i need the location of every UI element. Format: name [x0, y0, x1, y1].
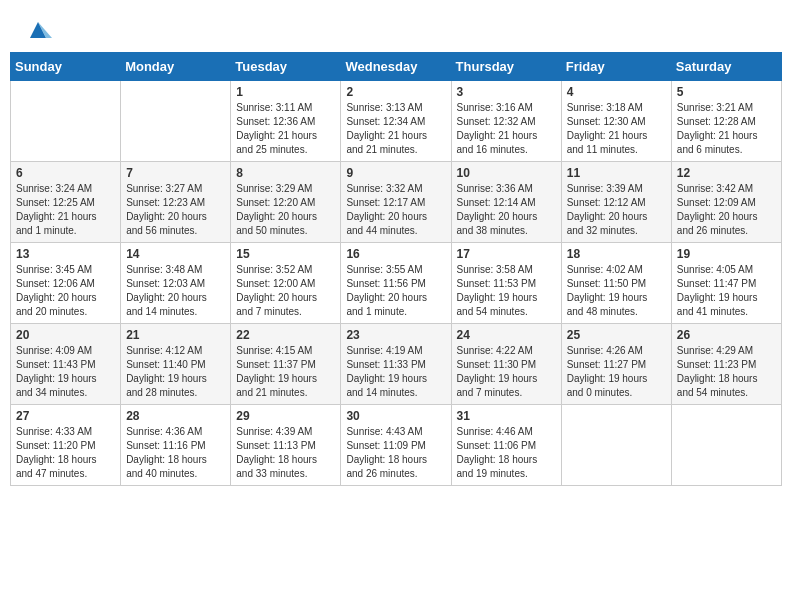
calendar-cell: 13Sunrise: 3:45 AMSunset: 12:06 AMDaylig… — [11, 243, 121, 324]
weekday-header-monday: Monday — [121, 53, 231, 81]
day-info: Sunrise: 3:58 AMSunset: 11:53 PMDaylight… — [457, 263, 556, 319]
calendar-cell: 25Sunrise: 4:26 AMSunset: 11:27 PMDaylig… — [561, 324, 671, 405]
calendar-cell: 16Sunrise: 3:55 AMSunset: 11:56 PMDaylig… — [341, 243, 451, 324]
calendar-cell: 14Sunrise: 3:48 AMSunset: 12:03 AMDaylig… — [121, 243, 231, 324]
calendar-cell: 30Sunrise: 4:43 AMSunset: 11:09 PMDaylig… — [341, 405, 451, 486]
day-info: Sunrise: 3:11 AMSunset: 12:36 AMDaylight… — [236, 101, 335, 157]
day-info: Sunrise: 3:42 AMSunset: 12:09 AMDaylight… — [677, 182, 776, 238]
day-info: Sunrise: 4:43 AMSunset: 11:09 PMDaylight… — [346, 425, 445, 481]
calendar-cell: 20Sunrise: 4:09 AMSunset: 11:43 PMDaylig… — [11, 324, 121, 405]
day-number: 5 — [677, 85, 776, 99]
day-number: 17 — [457, 247, 556, 261]
calendar-cell: 29Sunrise: 4:39 AMSunset: 11:13 PMDaylig… — [231, 405, 341, 486]
calendar-cell: 31Sunrise: 4:46 AMSunset: 11:06 PMDaylig… — [451, 405, 561, 486]
calendar-body: 1Sunrise: 3:11 AMSunset: 12:36 AMDayligh… — [11, 81, 782, 486]
day-info: Sunrise: 3:29 AMSunset: 12:20 AMDaylight… — [236, 182, 335, 238]
day-info: Sunrise: 4:36 AMSunset: 11:16 PMDaylight… — [126, 425, 225, 481]
day-info: Sunrise: 4:19 AMSunset: 11:33 PMDaylight… — [346, 344, 445, 400]
day-number: 21 — [126, 328, 225, 342]
calendar-cell: 28Sunrise: 4:36 AMSunset: 11:16 PMDaylig… — [121, 405, 231, 486]
day-info: Sunrise: 3:32 AMSunset: 12:17 AMDaylight… — [346, 182, 445, 238]
calendar-cell: 7Sunrise: 3:27 AMSunset: 12:23 AMDayligh… — [121, 162, 231, 243]
day-info: Sunrise: 3:21 AMSunset: 12:28 AMDaylight… — [677, 101, 776, 157]
calendar-cell — [671, 405, 781, 486]
day-number: 12 — [677, 166, 776, 180]
calendar-cell: 4Sunrise: 3:18 AMSunset: 12:30 AMDayligh… — [561, 81, 671, 162]
weekday-header-tuesday: Tuesday — [231, 53, 341, 81]
day-info: Sunrise: 4:09 AMSunset: 11:43 PMDaylight… — [16, 344, 115, 400]
day-number: 18 — [567, 247, 666, 261]
day-info: Sunrise: 4:29 AMSunset: 11:23 PMDaylight… — [677, 344, 776, 400]
calendar-cell: 17Sunrise: 3:58 AMSunset: 11:53 PMDaylig… — [451, 243, 561, 324]
calendar-cell: 3Sunrise: 3:16 AMSunset: 12:32 AMDayligh… — [451, 81, 561, 162]
day-number: 14 — [126, 247, 225, 261]
calendar-cell: 10Sunrise: 3:36 AMSunset: 12:14 AMDaylig… — [451, 162, 561, 243]
calendar-cell — [561, 405, 671, 486]
weekday-row: SundayMondayTuesdayWednesdayThursdayFrid… — [11, 53, 782, 81]
day-number: 19 — [677, 247, 776, 261]
day-number: 22 — [236, 328, 335, 342]
day-info: Sunrise: 3:52 AMSunset: 12:00 AMDaylight… — [236, 263, 335, 319]
calendar-header: SundayMondayTuesdayWednesdayThursdayFrid… — [11, 53, 782, 81]
weekday-header-saturday: Saturday — [671, 53, 781, 81]
day-info: Sunrise: 4:33 AMSunset: 11:20 PMDaylight… — [16, 425, 115, 481]
weekday-header-sunday: Sunday — [11, 53, 121, 81]
day-number: 29 — [236, 409, 335, 423]
week-row-4: 27Sunrise: 4:33 AMSunset: 11:20 PMDaylig… — [11, 405, 782, 486]
logo — [20, 16, 52, 44]
week-row-2: 13Sunrise: 3:45 AMSunset: 12:06 AMDaylig… — [11, 243, 782, 324]
day-info: Sunrise: 3:13 AMSunset: 12:34 AMDaylight… — [346, 101, 445, 157]
calendar-cell: 23Sunrise: 4:19 AMSunset: 11:33 PMDaylig… — [341, 324, 451, 405]
calendar-cell — [121, 81, 231, 162]
calendar-cell: 12Sunrise: 3:42 AMSunset: 12:09 AMDaylig… — [671, 162, 781, 243]
day-number: 26 — [677, 328, 776, 342]
week-row-0: 1Sunrise: 3:11 AMSunset: 12:36 AMDayligh… — [11, 81, 782, 162]
weekday-header-friday: Friday — [561, 53, 671, 81]
calendar-cell: 5Sunrise: 3:21 AMSunset: 12:28 AMDayligh… — [671, 81, 781, 162]
day-number: 7 — [126, 166, 225, 180]
calendar-cell: 8Sunrise: 3:29 AMSunset: 12:20 AMDayligh… — [231, 162, 341, 243]
weekday-header-wednesday: Wednesday — [341, 53, 451, 81]
day-info: Sunrise: 3:55 AMSunset: 11:56 PMDaylight… — [346, 263, 445, 319]
day-info: Sunrise: 4:26 AMSunset: 11:27 PMDaylight… — [567, 344, 666, 400]
day-info: Sunrise: 3:18 AMSunset: 12:30 AMDaylight… — [567, 101, 666, 157]
day-number: 25 — [567, 328, 666, 342]
logo-icon — [24, 16, 52, 44]
day-number: 31 — [457, 409, 556, 423]
day-number: 28 — [126, 409, 225, 423]
day-number: 9 — [346, 166, 445, 180]
day-number: 30 — [346, 409, 445, 423]
calendar-cell: 27Sunrise: 4:33 AMSunset: 11:20 PMDaylig… — [11, 405, 121, 486]
day-info: Sunrise: 4:05 AMSunset: 11:47 PMDaylight… — [677, 263, 776, 319]
day-info: Sunrise: 3:39 AMSunset: 12:12 AMDaylight… — [567, 182, 666, 238]
day-number: 10 — [457, 166, 556, 180]
day-info: Sunrise: 4:02 AMSunset: 11:50 PMDaylight… — [567, 263, 666, 319]
day-info: Sunrise: 3:45 AMSunset: 12:06 AMDaylight… — [16, 263, 115, 319]
day-info: Sunrise: 3:27 AMSunset: 12:23 AMDaylight… — [126, 182, 225, 238]
calendar-cell: 19Sunrise: 4:05 AMSunset: 11:47 PMDaylig… — [671, 243, 781, 324]
day-info: Sunrise: 4:15 AMSunset: 11:37 PMDaylight… — [236, 344, 335, 400]
page: SundayMondayTuesdayWednesdayThursdayFrid… — [0, 0, 792, 612]
day-info: Sunrise: 3:24 AMSunset: 12:25 AMDaylight… — [16, 182, 115, 238]
day-number: 3 — [457, 85, 556, 99]
day-info: Sunrise: 4:12 AMSunset: 11:40 PMDaylight… — [126, 344, 225, 400]
calendar-cell: 9Sunrise: 3:32 AMSunset: 12:17 AMDayligh… — [341, 162, 451, 243]
day-number: 4 — [567, 85, 666, 99]
day-number: 6 — [16, 166, 115, 180]
day-info: Sunrise: 4:39 AMSunset: 11:13 PMDaylight… — [236, 425, 335, 481]
day-number: 11 — [567, 166, 666, 180]
day-number: 13 — [16, 247, 115, 261]
day-number: 23 — [346, 328, 445, 342]
calendar-cell: 6Sunrise: 3:24 AMSunset: 12:25 AMDayligh… — [11, 162, 121, 243]
calendar-cell: 22Sunrise: 4:15 AMSunset: 11:37 PMDaylig… — [231, 324, 341, 405]
header — [0, 0, 792, 52]
day-info: Sunrise: 4:22 AMSunset: 11:30 PMDaylight… — [457, 344, 556, 400]
calendar-cell: 15Sunrise: 3:52 AMSunset: 12:00 AMDaylig… — [231, 243, 341, 324]
day-number: 20 — [16, 328, 115, 342]
day-info: Sunrise: 3:36 AMSunset: 12:14 AMDaylight… — [457, 182, 556, 238]
calendar-cell: 21Sunrise: 4:12 AMSunset: 11:40 PMDaylig… — [121, 324, 231, 405]
calendar-cell — [11, 81, 121, 162]
day-number: 27 — [16, 409, 115, 423]
day-number: 8 — [236, 166, 335, 180]
calendar-cell: 1Sunrise: 3:11 AMSunset: 12:36 AMDayligh… — [231, 81, 341, 162]
